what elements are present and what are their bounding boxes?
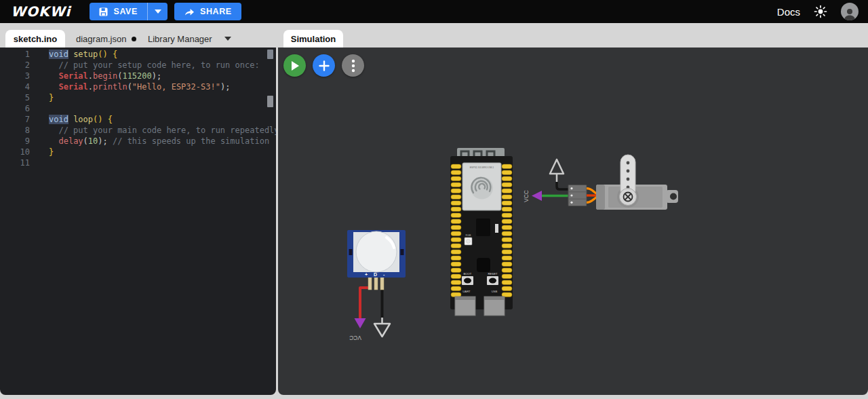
tab-library-manager[interactable]: Library Manager [140,30,239,48]
code-line [49,103,276,114]
pir-pin [368,277,372,290]
esp32-pin[interactable] [451,238,461,242]
line-number: 6 [0,103,42,114]
usb-label: USB [492,290,498,293]
simulation-menu-button[interactable] [342,54,364,77]
esp32-pin[interactable] [451,274,461,279]
line-number: 7 [0,114,42,125]
esp32-pin[interactable] [451,286,461,291]
esp32-pin[interactable] [502,213,512,218]
wokwi-logo[interactable]: WOKWi [11,3,71,20]
tab-sketch-ino[interactable]: sketch.ino [5,30,65,48]
account-avatar[interactable] [841,3,859,20]
code-line: Serial.println("Hello, ESP32-S3!"); [49,81,276,92]
share-button[interactable]: SHARE [174,3,241,20]
line-number: 1 [0,49,42,60]
esp32-pin[interactable] [451,268,461,273]
esp32-pin[interactable] [502,262,512,267]
esp32-pin[interactable] [451,201,461,206]
person-avatar-icon [842,7,857,20]
esp32-pin[interactable] [451,262,461,267]
esp32-pin[interactable] [451,219,461,224]
line-number: 10 [0,147,42,157]
esp32-s3-board[interactable]: ESP32-S3-WROOM-1 RGB BOOT RESET [450,148,513,316]
tab-label: diagram.json [76,34,126,44]
sun-brightness-icon[interactable] [814,5,827,18]
share-arrow-icon [184,7,195,16]
esp32-pin[interactable] [502,189,512,193]
esp32-pin[interactable] [451,213,461,218]
esp32-pin[interactable] [502,250,512,254]
code-lines[interactable]: void setup() { // put your setup code he… [42,49,276,168]
esp32-pin[interactable] [502,238,512,242]
esp32-pin[interactable] [502,274,512,279]
esp32-pin[interactable] [502,244,512,248]
esp32-component [495,224,498,233]
code-line: // put your main code here, to run repea… [49,125,276,136]
esp32-pin[interactable] [502,183,512,187]
servo-mount-hole [670,193,677,200]
pir-mount-hole [401,249,404,255]
esp32-pin[interactable] [451,244,461,248]
rgb-led-label: RGB [466,234,471,237]
esp32-pin[interactable] [451,207,461,212]
vertical-dots-icon [351,59,355,73]
save-label: SAVE [113,7,138,16]
esp32-pin[interactable] [502,256,512,261]
line-number: 3 [0,71,42,81]
esp32-pin[interactable] [451,189,461,193]
esp32-pin[interactable] [502,219,512,224]
tab-diagram-json[interactable]: diagram.json [68,30,144,48]
esp32-pin[interactable] [451,280,461,285]
wokwi-app: WOKWi SAVE SHARE Docs [0,0,868,399]
docs-link[interactable]: Docs [777,6,800,18]
pir-vcc-wire[interactable]: VCC [349,288,370,341]
esp32-pin[interactable] [502,225,512,230]
esp32-pin[interactable] [502,286,512,291]
uart-connector-lip [455,297,475,300]
tab-label: sketch.ino [14,34,57,44]
pir-pin-labels: + D - [365,272,387,277]
pir-motion-sensor[interactable]: + D - [347,230,406,290]
save-button[interactable]: SAVE [90,3,147,20]
horn-hole [627,170,630,173]
add-part-button[interactable] [313,54,335,77]
code-line: void loop() { [49,114,276,125]
esp32-pin[interactable] [502,170,512,175]
esp32-pin[interactable] [502,231,512,236]
line-number: 9 [0,136,42,147]
esp32-pin[interactable] [451,164,461,169]
esp32-pin[interactable] [502,176,512,181]
esp32-pin[interactable] [451,195,461,200]
esp32-pin[interactable] [502,164,512,169]
esp32-chip-2 [477,258,490,272]
pir-gnd-wire[interactable] [374,288,390,337]
esp32-pin[interactable] [451,176,461,181]
esp32-pin[interactable] [451,170,461,175]
esp32-pin[interactable] [502,268,512,273]
save-split-button: SAVE [90,3,167,20]
uart-label: UART [462,290,471,293]
esp32-pin[interactable] [451,183,461,187]
simulation-canvas[interactable]: VCC + D - [278,48,868,395]
esp32-pin[interactable] [502,195,512,200]
esp32-pin[interactable] [451,231,461,236]
reset-label: RESET [488,272,498,276]
run-simulation-button[interactable] [283,54,306,77]
esp32-pin[interactable] [451,250,461,254]
servo-vcc-wire[interactable]: VCC [523,190,569,202]
esp32-pin[interactable] [502,201,512,206]
tab-simulation[interactable]: Simulation [283,30,343,48]
servo-pwr-wire[interactable] [550,159,568,189]
esp32-pin[interactable] [502,280,512,285]
servo-end-cap [596,185,605,210]
esp32-pin[interactable] [502,207,512,212]
code-line: delay(10); // this speeds up the simulat… [49,136,276,147]
floppy-icon [99,7,108,16]
save-dropdown-button[interactable] [147,3,167,20]
simulation-toolbar [283,54,364,77]
servo-motor[interactable] [568,155,678,210]
esp32-pin[interactable] [451,256,461,261]
code-editor[interactable]: 1234567891011 void setup() { // put your… [0,48,276,395]
esp32-pin[interactable] [451,225,461,230]
